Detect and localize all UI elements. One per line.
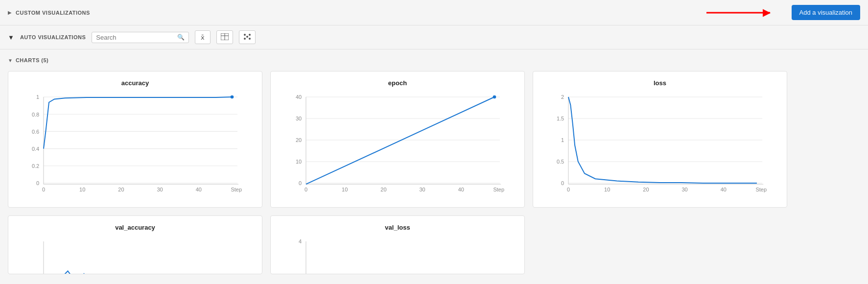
svg-text:40: 40 <box>196 187 202 192</box>
svg-text:1.5: 1.5 <box>557 116 564 121</box>
accuracy-chart-container: 1 0.8 0.6 0.4 0.2 0 0 10 20 30 40 Step <box>16 92 254 199</box>
svg-text:Step: Step <box>493 187 504 192</box>
loss-chart-title: loss <box>541 79 779 87</box>
svg-text:4: 4 <box>299 238 302 244</box>
val-loss-chart-svg: 4 <box>279 236 516 274</box>
epoch-chart-title: epoch <box>279 79 516 87</box>
custom-viz-header[interactable]: ▶ CUSTOM VISUALIZATIONS Add a visualizat… <box>0 0 868 25</box>
svg-text:0.8: 0.8 <box>32 112 39 118</box>
scatter-icon <box>243 33 251 42</box>
val-accuracy-chart-svg: 0.5 <box>16 236 254 274</box>
search-input[interactable] <box>96 34 174 41</box>
svg-text:20: 20 <box>643 187 649 192</box>
svg-text:0.6: 0.6 <box>32 129 39 135</box>
svg-text:10: 10 <box>296 159 302 165</box>
svg-text:0: 0 <box>305 187 307 192</box>
add-visualization-button[interactable]: Add a visualization <box>792 5 860 20</box>
svg-text:0: 0 <box>42 187 45 192</box>
svg-text:30: 30 <box>419 187 425 192</box>
val-accuracy-chart-card: val_accuracy 0.5 <box>8 215 262 274</box>
svg-text:10: 10 <box>604 187 610 192</box>
charts-arrow: ▼ <box>8 58 13 63</box>
svg-text:0.5: 0.5 <box>557 159 564 165</box>
loss-chart-svg: 2 1.5 1 0.5 0 0 10 20 30 40 Step <box>541 92 779 199</box>
svg-text:20: 20 <box>118 187 124 192</box>
svg-text:20: 20 <box>296 137 302 143</box>
svg-text:0: 0 <box>36 180 39 186</box>
val-loss-chart-title: val_loss <box>279 224 516 231</box>
loss-chart-card: loss 2 1.5 1 0.5 0 <box>533 71 787 208</box>
charts-grid: accuracy 1 0.8 0.6 0.4 <box>8 67 860 212</box>
svg-text:1: 1 <box>36 94 39 100</box>
svg-point-48 <box>493 95 496 99</box>
svg-text:0: 0 <box>567 187 570 192</box>
svg-line-47 <box>306 97 494 184</box>
svg-text:10: 10 <box>342 187 348 192</box>
svg-text:40: 40 <box>458 187 464 192</box>
svg-point-3 <box>244 34 246 36</box>
svg-point-28 <box>231 95 234 99</box>
svg-point-5 <box>244 38 246 40</box>
epoch-chart-svg: 40 30 20 10 0 0 10 20 30 40 Step <box>279 92 516 199</box>
auto-viz-title: AUTO VISUALIZATIONS <box>20 34 86 40</box>
svg-text:Step: Step <box>755 187 767 192</box>
svg-point-4 <box>249 34 251 36</box>
charts-section-header[interactable]: ▼ CHARTS (5) <box>8 53 860 67</box>
val-loss-chart-card: val_loss 4 <box>270 215 525 274</box>
charts-label: CHARTS (5) <box>16 57 48 63</box>
charts-section: ▼ CHARTS (5) accuracy 1 <box>0 49 868 282</box>
scatter-button[interactable] <box>239 30 256 44</box>
custom-viz-title: CUSTOM VISUALIZATIONS <box>16 10 90 16</box>
svg-text:40: 40 <box>721 187 727 192</box>
accuracy-chart-svg: 1 0.8 0.6 0.4 0.2 0 0 10 20 30 40 Step <box>16 92 254 199</box>
epoch-chart-card: epoch 40 30 20 10 0 <box>270 71 525 208</box>
svg-text:0: 0 <box>561 180 564 186</box>
accuracy-chart-title: accuracy <box>16 79 254 87</box>
val-accuracy-chart-title: val_accuracy <box>16 224 254 231</box>
table-icon <box>221 33 229 42</box>
svg-text:30: 30 <box>681 187 687 192</box>
red-arrow-decoration <box>706 12 770 13</box>
formula-button[interactable]: x̄ <box>195 30 211 44</box>
svg-text:1: 1 <box>561 137 564 143</box>
svg-text:0: 0 <box>299 180 302 186</box>
formula-icon: x̄ <box>201 34 205 41</box>
auto-viz-arrow[interactable]: ▼ <box>8 34 14 41</box>
svg-text:30: 30 <box>157 187 163 192</box>
svg-text:0.4: 0.4 <box>32 146 39 152</box>
epoch-chart-container: 40 30 20 10 0 0 10 20 30 40 Step <box>279 92 516 199</box>
charts-grid-row2: val_accuracy 0.5 val_loss 4 <box>8 212 860 278</box>
svg-text:2: 2 <box>561 94 564 100</box>
search-icon: 🔍 <box>177 34 185 41</box>
table-button[interactable] <box>216 30 233 44</box>
val-accuracy-chart-container: 0.5 <box>16 236 254 274</box>
custom-viz-arrow: ▶ <box>8 10 12 15</box>
svg-text:20: 20 <box>380 187 386 192</box>
loss-chart-container: 2 1.5 1 0.5 0 0 10 20 30 40 Step <box>541 92 779 199</box>
svg-text:40: 40 <box>296 94 302 100</box>
svg-text:Step: Step <box>231 187 242 192</box>
val-loss-chart-container: 4 <box>279 236 516 274</box>
search-box[interactable]: 🔍 <box>92 32 189 43</box>
svg-point-7 <box>246 36 248 38</box>
svg-text:10: 10 <box>79 187 85 192</box>
svg-point-6 <box>249 38 251 40</box>
svg-text:30: 30 <box>296 116 302 121</box>
auto-viz-header: ▼ AUTO VISUALIZATIONS 🔍 x̄ <box>0 25 868 49</box>
accuracy-chart-card: accuracy 1 0.8 0.6 0.4 <box>8 71 262 208</box>
svg-text:0.2: 0.2 <box>32 163 39 169</box>
